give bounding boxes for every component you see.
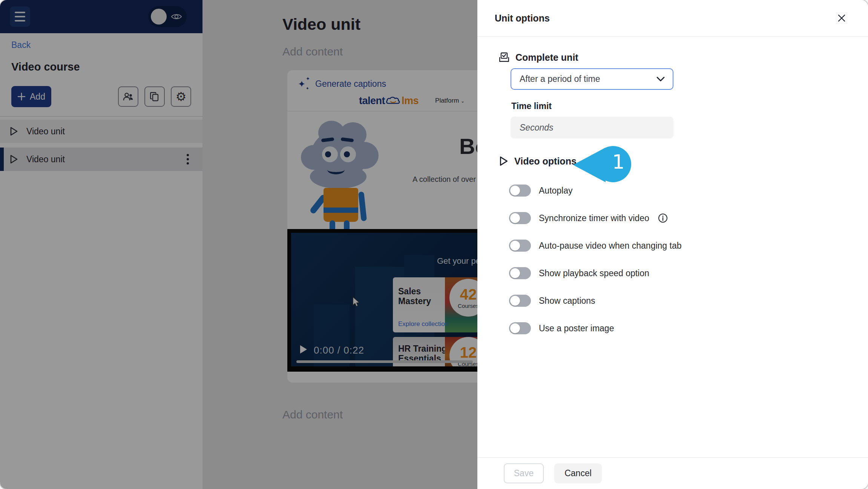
toggle-playback-speed[interactable] (509, 267, 531, 279)
toggle-show-captions[interactable] (509, 295, 531, 307)
unit-options-panel: Unit options Complete unit After a perio… (477, 0, 868, 489)
toggle-label: Auto-pause video when changing tab (539, 241, 682, 251)
toggle-row-playback-speed: Show playback speed option (509, 265, 850, 281)
video-options-label: Video options (514, 156, 577, 167)
step-number: 1 (607, 151, 630, 173)
toggle-row-show-captions: Show captions (509, 292, 850, 309)
complete-unit-section-header: Complete unit (498, 52, 850, 63)
save-button[interactable]: Save (504, 463, 544, 483)
toggle-label: Synchronize timer with video (539, 213, 649, 223)
panel-body: Complete unit After a period of time Tim… (477, 37, 868, 457)
toggle-label: Use a poster image (539, 323, 614, 334)
dropdown-selected-value: After a period of time (520, 74, 600, 84)
panel-footer: Save Cancel (477, 457, 868, 489)
toggle-autoplay[interactable] (509, 185, 531, 197)
toggle-row-auto-pause: Auto-pause video when changing tab (509, 237, 850, 254)
video-options-section-header[interactable]: Video options 1 (499, 154, 850, 169)
info-icon[interactable] (658, 213, 668, 223)
close-icon (836, 13, 847, 23)
app-window: Back Video course Add ⚙ (0, 0, 868, 489)
modal-overlay[interactable] (0, 0, 477, 489)
video-options-toggles: Autoplay Synchronize timer with video Au… (509, 182, 850, 337)
ballot-box-icon (498, 52, 510, 63)
time-limit-label: Time limit (511, 101, 850, 111)
toggle-poster-image[interactable] (509, 322, 531, 334)
toggle-row-autoplay: Autoplay (509, 182, 850, 199)
play-icon (499, 156, 508, 166)
panel-title: Unit options (495, 13, 550, 24)
toggle-label: Show playback speed option (539, 268, 649, 278)
cancel-button[interactable]: Cancel (554, 463, 602, 483)
toggle-label: Autoplay (539, 186, 573, 196)
toggle-row-synchronize-timer: Synchronize timer with video (509, 210, 850, 226)
toggle-label: Show captions (539, 296, 595, 306)
toggle-synchronize-timer[interactable] (509, 212, 531, 224)
toggle-auto-pause[interactable] (509, 240, 531, 252)
step-callout-badge: 1 (571, 141, 635, 186)
complete-unit-label: Complete unit (515, 52, 578, 63)
panel-header: Unit options (477, 0, 868, 37)
chevron-down-icon (656, 76, 665, 82)
time-limit-input[interactable] (511, 117, 673, 138)
toggle-row-poster-image: Use a poster image (509, 320, 850, 337)
complete-unit-dropdown[interactable]: After a period of time (511, 68, 673, 90)
close-button[interactable] (834, 11, 849, 26)
